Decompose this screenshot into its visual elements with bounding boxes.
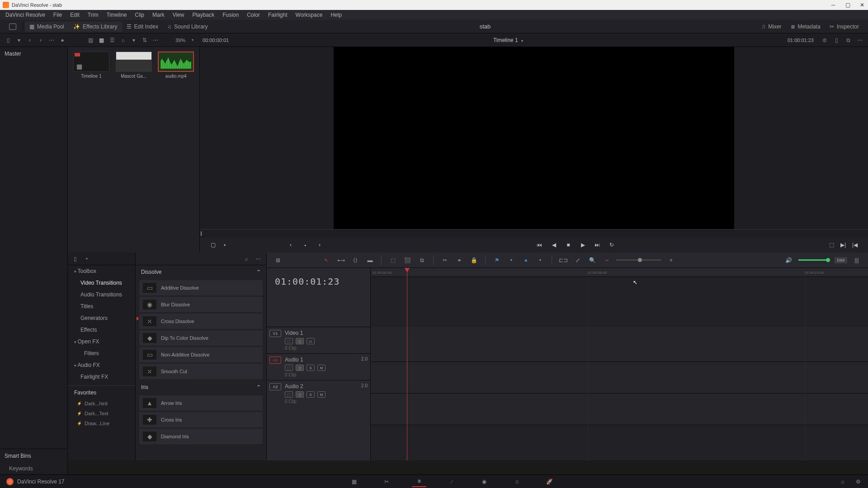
clip-audio[interactable]: audio.mp4 bbox=[157, 52, 195, 248]
collapse-icon[interactable]: ⌃ bbox=[256, 384, 261, 390]
fairlight-page-tab[interactable]: ♫ bbox=[509, 476, 524, 487]
zoom-slider[interactable] bbox=[616, 259, 661, 261]
fx-non-additive[interactable]: ▭Non-Additive Dissolve bbox=[139, 347, 263, 362]
favorite-item[interactable]: Draw...Line bbox=[68, 418, 135, 428]
generators-category[interactable]: Generators bbox=[68, 312, 135, 324]
auto-select-icon[interactable]: ◻ bbox=[296, 365, 304, 371]
zoom-in-icon[interactable]: + bbox=[666, 255, 676, 265]
dim-button[interactable]: DIM bbox=[835, 257, 848, 263]
menu-help[interactable]: Help bbox=[327, 11, 345, 19]
zoom-out-icon[interactable]: − bbox=[602, 255, 612, 265]
dual-viewer-icon[interactable]: ⧉ bbox=[844, 37, 852, 44]
openfx-category[interactable]: Open FX bbox=[68, 336, 135, 347]
mixer-button[interactable]: ⎍Mixer bbox=[758, 22, 786, 32]
menu-fusion[interactable]: Fusion bbox=[219, 11, 242, 19]
metadata-button[interactable]: ≣Metadata bbox=[786, 22, 825, 32]
clip-timeline1[interactable]: Timeline 1 bbox=[72, 52, 110, 248]
source-timecode[interactable]: 00:00:00:01 bbox=[200, 37, 231, 44]
transform-icon[interactable]: ▢ bbox=[209, 241, 217, 249]
goto-in-icon[interactable]: |◀ bbox=[851, 241, 859, 249]
fx-blur-dissolve[interactable]: ◉Blur Dissolve bbox=[139, 297, 263, 312]
dissolve-group-header[interactable]: Dissolve⌃ bbox=[136, 265, 266, 279]
lock-icon[interactable]: 🔒 bbox=[469, 255, 479, 265]
menu-clip[interactable]: Clip bbox=[131, 11, 148, 19]
disable-track-icon[interactable]: ▭ bbox=[307, 338, 315, 344]
fx-list-menu-icon[interactable]: ⋯ bbox=[255, 255, 262, 263]
mute-button[interactable]: M bbox=[317, 365, 326, 371]
lock-track-icon[interactable]: ⬚ bbox=[285, 391, 293, 398]
effects-library-button[interactable]: ✨Effects Library bbox=[69, 22, 122, 32]
prev-frame-button[interactable]: ◀ bbox=[550, 241, 558, 249]
chevron-down-icon[interactable]: ▾ bbox=[15, 37, 23, 44]
fx-diamond-iris[interactable]: ◆Diamond Iris bbox=[139, 429, 263, 444]
blade-tool-icon[interactable]: ▬ bbox=[365, 255, 375, 265]
menu-davinci[interactable]: DaVinci Resolve bbox=[2, 11, 49, 19]
marker-dropdown-icon[interactable]: ▾ bbox=[535, 255, 545, 265]
more-icon[interactable]: ⋯ bbox=[48, 37, 55, 44]
deliver-page-tab[interactable]: 🚀 bbox=[542, 476, 557, 487]
next-frame-button[interactable]: ⏭ bbox=[593, 241, 601, 249]
match-frame-dot-icon[interactable]: ● bbox=[301, 241, 309, 249]
fx-search-icon[interactable]: ⌕ bbox=[243, 255, 250, 263]
zoom-fit-icon[interactable]: ⤢ bbox=[573, 255, 583, 265]
favorite-item[interactable]: Dark...hird bbox=[68, 399, 135, 408]
lock-track-icon[interactable]: ⬚ bbox=[285, 365, 293, 371]
menu-dots-icon[interactable]: ⋯ bbox=[152, 37, 159, 44]
collapse-icon[interactable]: ⌃ bbox=[256, 269, 261, 275]
play-button[interactable]: ▶ bbox=[579, 241, 587, 249]
sound-library-button[interactable]: ♫Sound Library bbox=[163, 22, 212, 32]
volume-icon[interactable]: 🔊 bbox=[784, 255, 794, 265]
trim-tool-icon[interactable]: ⟷ bbox=[336, 255, 346, 265]
inspector-button[interactable]: ✂Inspector bbox=[825, 22, 863, 32]
search-icon[interactable]: ⌕ bbox=[119, 37, 127, 44]
insert-clip-icon[interactable]: ⬚ bbox=[388, 255, 398, 265]
dynamic-trim-icon[interactable]: ⟨⟩ bbox=[350, 255, 360, 265]
timeline-timecode[interactable]: 01:00:01:23 bbox=[267, 268, 370, 295]
audio2-track-lane[interactable] bbox=[371, 394, 868, 425]
timeline-name[interactable]: Timeline 1 bbox=[493, 37, 518, 43]
zoom-chevron-icon[interactable]: ▾ bbox=[189, 37, 196, 44]
master-bin[interactable]: Master bbox=[5, 51, 63, 57]
home-icon[interactable]: ⌂ bbox=[839, 478, 846, 485]
nav-next-icon[interactable]: › bbox=[37, 37, 44, 44]
fairlightfx-category[interactable]: Fairlight FX bbox=[68, 371, 135, 383]
menu-mark[interactable]: Mark bbox=[149, 11, 168, 19]
match-frame-next-icon[interactable]: › bbox=[316, 241, 324, 249]
iris-group-header[interactable]: Iris⌃ bbox=[136, 380, 266, 394]
meters-icon[interactable]: ||| bbox=[852, 255, 862, 265]
fusion-page-tab[interactable]: ⟋ bbox=[444, 476, 459, 487]
marker-icon[interactable]: ● bbox=[521, 255, 531, 265]
media-page-tab[interactable]: ▦ bbox=[347, 476, 361, 487]
toolbox-category[interactable]: Toolbox bbox=[68, 265, 135, 277]
menu-playback[interactable]: Playback bbox=[189, 11, 218, 19]
sidebar-toggle-icon[interactable]: ▯ bbox=[5, 37, 12, 44]
fullscreen-viewer-button[interactable] bbox=[5, 22, 21, 32]
fx-smooth-cut[interactable]: ⤫Smooth Cut bbox=[139, 364, 263, 379]
track-header-v1[interactable]: V1 Video 1 ⬚ ◻ ▭ 0 Clip bbox=[267, 327, 370, 353]
fx-cross-dissolve[interactable]: ⤫Cross Dissolve bbox=[139, 314, 263, 329]
viewer-canvas[interactable] bbox=[334, 47, 735, 229]
track-header-a2[interactable]: A2 Audio 22.0 ⬚ ◻ S M 0 Clip bbox=[267, 380, 370, 407]
flag-dropdown-icon[interactable]: ▾ bbox=[506, 255, 516, 265]
v1-dest-button[interactable]: V1 bbox=[269, 330, 281, 337]
fx-cross-iris[interactable]: ✚Cross Iris bbox=[139, 412, 263, 427]
blade-edit-icon[interactable]: ✂ bbox=[440, 255, 450, 265]
menu-view[interactable]: View bbox=[169, 11, 188, 19]
menu-file[interactable]: File bbox=[50, 11, 66, 19]
track-header-a1[interactable]: A1 Audio 12.0 ⬚ ◻ S M 0 Clip bbox=[267, 353, 370, 380]
first-frame-button[interactable]: ⏮ bbox=[535, 241, 543, 249]
media-pool-button[interactable]: ▦Media Pool bbox=[25, 22, 69, 32]
viewer-scrubber[interactable] bbox=[200, 229, 868, 237]
stop-button[interactable]: ■ bbox=[564, 241, 572, 249]
mark-in-out-icon[interactable]: ⬚ bbox=[827, 241, 835, 249]
menu-fairlight[interactable]: Fairlight bbox=[264, 11, 291, 19]
timeline-view-options-icon[interactable]: ⊞ bbox=[273, 255, 283, 265]
menu-trim[interactable]: Trim bbox=[84, 11, 102, 19]
volume-slider[interactable] bbox=[798, 259, 830, 261]
mute-button[interactable]: M bbox=[317, 391, 326, 398]
timeline-ruler[interactable]: 01:00:00:00 01:00:08:00 01:00:16:00 bbox=[371, 268, 868, 277]
bypass-icon[interactable]: ⊘ bbox=[821, 37, 828, 44]
smart-bins-header[interactable]: Smart Bins bbox=[0, 449, 67, 463]
sort-dropdown-icon[interactable]: ▾ bbox=[130, 37, 137, 44]
timeline-dropdown-icon[interactable]: ▾ bbox=[521, 39, 523, 43]
